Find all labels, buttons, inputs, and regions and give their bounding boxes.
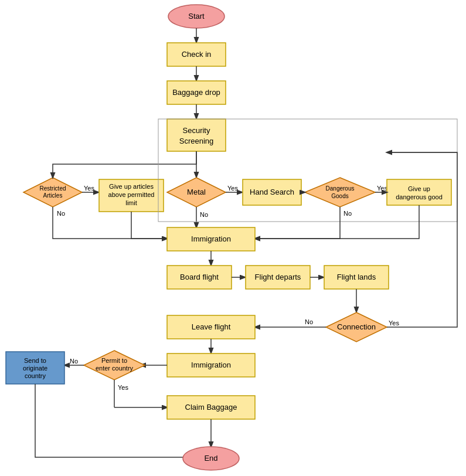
start-label: Start (188, 12, 205, 21)
baggage-drop-label: Baggage drop (172, 88, 220, 97)
svg-text:dangerous good: dangerous good (396, 193, 443, 200)
no-connection-label: No (305, 318, 313, 325)
permit-to-enter-label: Permit to (101, 357, 127, 364)
immigration1-label: Immigration (191, 234, 231, 243)
svg-marker-19 (305, 178, 375, 207)
svg-text:Articles: Articles (43, 192, 63, 199)
flight-departs-label: Flight departs (255, 273, 301, 281)
no-permit-label: No (70, 358, 78, 365)
send-to-originate-label: Send to (24, 357, 46, 364)
give-up-dangerous-label: Give up (408, 185, 430, 192)
yes-metal-label: Yes (227, 185, 238, 192)
checkin-label: Check in (182, 50, 212, 59)
give-up-articles-label: Give up articles (109, 183, 154, 190)
restricted-articles-label: Restricted (39, 185, 66, 192)
leave-flight-label: Leave flight (192, 322, 231, 331)
svg-text:originate: originate (23, 365, 47, 372)
board-flight-label: Board flight (180, 273, 219, 281)
no-restricted-label: No (57, 210, 65, 217)
svg-text:country: country (25, 372, 46, 379)
svg-text:Goods: Goods (331, 193, 348, 199)
connection-label: Connection (337, 322, 376, 331)
yes-restricted-label: Yes (84, 185, 94, 192)
security-screening-label: Security (183, 126, 210, 135)
yes-connection-label: Yes (389, 319, 399, 327)
no-metal-label: No (200, 211, 208, 218)
svg-text:enter country: enter country (96, 365, 134, 372)
dangerous-goods-label: Dangerous (326, 185, 355, 192)
hand-search-label: Hand Search (250, 188, 294, 196)
svg-rect-6 (167, 119, 226, 151)
flight-lands-label: Flight lands (337, 273, 376, 281)
no-dangerous-label: No (343, 210, 352, 217)
end-label: End (204, 454, 217, 463)
yes-permit-label: Yes (118, 384, 128, 391)
yes-dangerous-label: Yes (377, 185, 387, 192)
svg-text:limit: limit (125, 199, 137, 206)
metal-label: Metal (187, 188, 206, 196)
svg-rect-22 (387, 179, 451, 205)
claim-baggage-label: Claim Baggage (185, 403, 237, 412)
svg-text:above permitted: above permitted (108, 191, 155, 198)
immigration2-label: Immigration (191, 361, 231, 369)
svg-text:Screening: Screening (179, 137, 214, 145)
